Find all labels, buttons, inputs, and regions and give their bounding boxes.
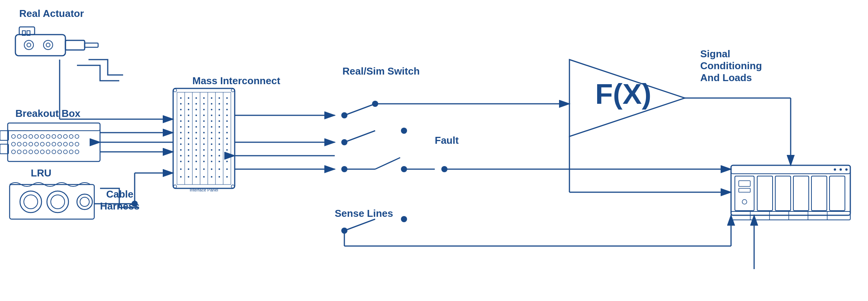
svg-rect-176 bbox=[775, 176, 791, 211]
svg-rect-175 bbox=[757, 176, 773, 211]
svg-point-118 bbox=[195, 138, 197, 139]
svg-point-19 bbox=[40, 135, 44, 138]
svg-point-81 bbox=[180, 109, 182, 110]
svg-point-149 bbox=[219, 161, 220, 162]
svg-point-18 bbox=[35, 135, 38, 138]
svg-point-70 bbox=[203, 97, 205, 99]
svg-point-164 bbox=[226, 176, 228, 178]
svg-point-87 bbox=[226, 109, 228, 110]
svg-point-104 bbox=[195, 126, 197, 128]
diagram-svg: Interface Panel F(X) bbox=[0, 0, 868, 301]
svg-point-105 bbox=[203, 126, 205, 128]
svg-point-133 bbox=[203, 149, 205, 151]
svg-point-15 bbox=[17, 135, 21, 138]
svg-rect-3 bbox=[65, 40, 85, 50]
svg-point-72 bbox=[219, 97, 220, 99]
svg-point-122 bbox=[226, 138, 228, 139]
svg-point-46 bbox=[58, 150, 62, 154]
svg-point-82 bbox=[188, 109, 189, 110]
svg-point-28 bbox=[23, 142, 27, 146]
svg-point-116 bbox=[180, 138, 182, 139]
svg-point-108 bbox=[226, 126, 228, 128]
svg-point-160 bbox=[195, 176, 197, 178]
svg-text:F(X): F(X) bbox=[595, 78, 651, 110]
svg-rect-179 bbox=[830, 176, 845, 211]
svg-point-156 bbox=[219, 168, 220, 170]
svg-rect-178 bbox=[811, 176, 827, 211]
svg-point-74 bbox=[180, 103, 182, 105]
svg-point-129 bbox=[226, 143, 228, 145]
svg-point-138 bbox=[188, 155, 189, 156]
svg-rect-180 bbox=[739, 181, 750, 186]
svg-point-40 bbox=[23, 150, 27, 154]
svg-point-41 bbox=[29, 150, 33, 154]
svg-point-161 bbox=[203, 176, 205, 178]
svg-point-93 bbox=[219, 115, 220, 116]
svg-rect-50 bbox=[0, 131, 8, 140]
svg-point-32 bbox=[46, 142, 50, 146]
svg-point-43 bbox=[40, 150, 44, 154]
svg-point-142 bbox=[219, 155, 220, 156]
svg-point-31 bbox=[40, 142, 44, 146]
svg-point-11 bbox=[46, 43, 50, 47]
lru-icon bbox=[10, 183, 94, 219]
svg-point-33 bbox=[52, 142, 56, 146]
svg-point-38 bbox=[12, 150, 15, 154]
svg-point-106 bbox=[211, 126, 212, 128]
svg-point-83 bbox=[195, 109, 197, 110]
svg-point-152 bbox=[188, 168, 189, 170]
fx-triangle-icon: F(X) bbox=[569, 60, 685, 136]
svg-point-76 bbox=[195, 103, 197, 105]
svg-text:Interface Panel: Interface Panel bbox=[190, 188, 218, 192]
svg-point-79 bbox=[219, 103, 220, 105]
svg-point-112 bbox=[203, 132, 205, 133]
svg-point-75 bbox=[188, 103, 189, 105]
svg-point-102 bbox=[180, 126, 182, 128]
svg-point-159 bbox=[188, 176, 189, 178]
svg-point-89 bbox=[188, 115, 189, 116]
svg-point-153 bbox=[195, 168, 197, 170]
svg-rect-174 bbox=[735, 176, 754, 211]
svg-point-182 bbox=[742, 200, 747, 204]
svg-point-163 bbox=[219, 176, 220, 178]
svg-point-113 bbox=[211, 132, 212, 133]
svg-point-20 bbox=[46, 135, 50, 138]
svg-point-134 bbox=[211, 149, 212, 151]
svg-rect-13 bbox=[8, 123, 100, 131]
svg-point-42 bbox=[35, 150, 38, 154]
svg-point-48 bbox=[69, 150, 73, 154]
svg-point-167 bbox=[231, 89, 234, 92]
svg-point-123 bbox=[180, 143, 182, 145]
svg-point-98 bbox=[203, 120, 205, 122]
svg-point-145 bbox=[188, 161, 189, 162]
svg-point-39 bbox=[17, 150, 21, 154]
svg-rect-2 bbox=[15, 35, 65, 56]
svg-point-110 bbox=[188, 132, 189, 133]
svg-point-124 bbox=[188, 143, 189, 145]
svg-point-144 bbox=[180, 161, 182, 162]
svg-point-27 bbox=[17, 142, 21, 146]
svg-point-9 bbox=[27, 43, 31, 47]
svg-point-211 bbox=[401, 128, 407, 134]
svg-rect-173 bbox=[731, 165, 850, 174]
svg-point-114 bbox=[219, 132, 220, 133]
svg-point-88 bbox=[180, 115, 182, 116]
svg-point-30 bbox=[35, 142, 38, 146]
svg-point-54 bbox=[24, 195, 38, 209]
svg-point-117 bbox=[188, 138, 189, 139]
svg-point-92 bbox=[211, 115, 212, 116]
svg-point-185 bbox=[845, 168, 848, 171]
svg-point-143 bbox=[226, 155, 228, 156]
svg-point-47 bbox=[63, 150, 67, 154]
svg-point-184 bbox=[840, 168, 842, 171]
svg-point-97 bbox=[195, 120, 197, 122]
svg-point-16 bbox=[23, 135, 27, 138]
svg-point-14 bbox=[12, 135, 15, 138]
real-actuator-icon bbox=[15, 27, 98, 56]
svg-point-37 bbox=[75, 142, 79, 146]
svg-rect-51 bbox=[0, 144, 8, 154]
svg-point-157 bbox=[226, 168, 228, 170]
svg-point-23 bbox=[63, 135, 67, 138]
svg-point-45 bbox=[52, 150, 56, 154]
svg-point-26 bbox=[12, 142, 15, 146]
